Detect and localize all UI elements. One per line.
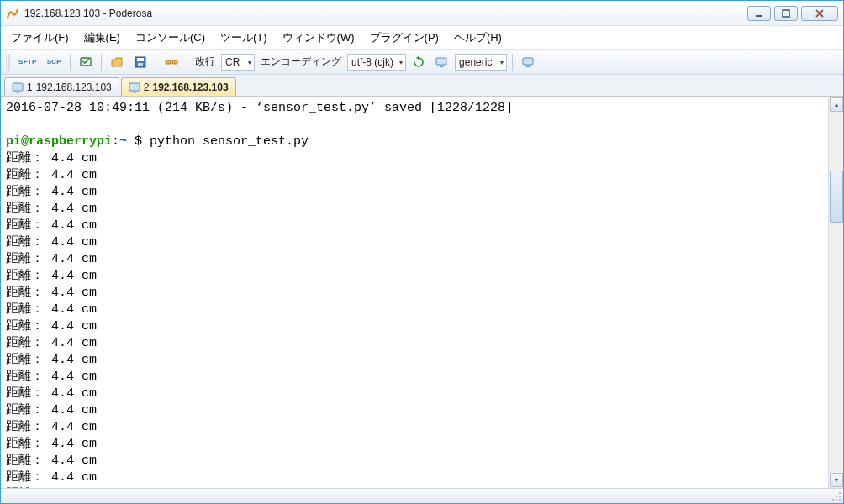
svg-rect-8 [436,58,446,65]
menu-window[interactable]: ウィンドウ(W) [282,30,355,45]
refresh-button[interactable] [409,53,428,71]
svg-point-16 [839,492,841,494]
separator [70,54,71,71]
window-title: 192.168.123.103 - Poderosa [24,8,747,19]
svg-rect-13 [16,92,19,93]
menu-edit[interactable]: 編集(E) [84,30,120,45]
window-controls [747,6,838,21]
maximize-button[interactable] [774,6,798,21]
newline-label: 改行 [195,55,215,69]
svg-rect-0 [756,15,762,17]
svg-rect-11 [526,66,530,67]
separator [187,54,187,71]
render-icon[interactable] [431,53,451,71]
svg-rect-12 [13,83,23,91]
vertical-scrollbar[interactable]: ▴ ▾ [828,97,843,488]
encoding-label: エンコーディング [261,55,341,69]
monitor-button[interactable] [518,53,538,71]
toolbar-handle[interactable] [6,54,10,71]
sftp-button[interactable]: SFTP [15,53,40,71]
separator [512,54,513,71]
app-icon [6,7,19,20]
svg-rect-1 [783,10,789,17]
svg-point-20 [836,499,837,501]
scroll-up-button[interactable]: ▴ [830,97,843,112]
encoding-select[interactable]: utf-8 (cjk)▾ [347,54,406,71]
tab-label: 192.168.123.103 [152,81,228,93]
separator [156,54,156,71]
scroll-down-button[interactable]: ▾ [830,473,843,487]
tab-index: 2 [144,81,150,93]
scroll-thumb[interactable] [830,171,843,223]
svg-point-18 [836,496,837,497]
menubar: ファイル(F) 編集(E) コンソール(C) ツール(T) ウィンドウ(W) プ… [1,26,843,50]
scp-button[interactable]: SCP [44,53,65,71]
minimize-button[interactable] [747,6,771,21]
svg-rect-15 [133,92,136,93]
svg-point-21 [832,499,834,501]
terminal-icon [12,81,24,93]
disconnect-button[interactable] [161,53,182,71]
svg-rect-4 [137,58,144,61]
titlebar[interactable]: 192.168.123.103 - Poderosa [1,1,843,26]
svg-rect-10 [523,58,533,65]
toolbar: SFTP SCP 改行 CR▾ エンコーディング utf-8 (cjk)▾ ge… [1,50,843,75]
menu-file[interactable]: ファイル(F) [11,30,69,45]
tab-label: 192.168.123.103 [36,81,112,93]
status-strip [1,488,843,503]
session-tab[interactable]: 1 192.168.123.103 [4,77,119,96]
menu-tool[interactable]: ツール(T) [220,30,267,45]
tab-index: 1 [27,81,33,93]
menu-plugin[interactable]: プラグイン(P) [370,30,439,45]
save-button[interactable] [130,53,150,71]
svg-rect-9 [440,66,443,67]
svg-rect-14 [129,83,140,91]
connect-button[interactable] [76,53,96,71]
svg-rect-7 [172,60,177,64]
separator [101,54,102,71]
svg-rect-6 [166,60,171,64]
svg-rect-5 [138,63,143,66]
terminal-icon [129,81,140,93]
terminal-output[interactable]: 2016-07-28 10:49:11 (214 KB/s) - ‘sensor… [1,97,828,488]
close-button[interactable] [801,6,838,21]
menu-help[interactable]: ヘルプ(H) [454,30,502,45]
menu-console[interactable]: コンソール(C) [135,30,205,45]
open-button[interactable] [107,53,127,71]
newline-select[interactable]: CR▾ [221,54,255,71]
session-tab[interactable]: 2 192.168.123.103 [121,77,236,96]
svg-point-19 [839,499,841,501]
resize-grip-icon[interactable] [831,491,841,501]
tab-bar: 1 192.168.123.1032 192.168.123.103 [1,75,843,97]
render-select[interactable]: generic▾ [455,54,507,71]
svg-point-17 [839,496,841,497]
terminal-area: 2016-07-28 10:49:11 (214 KB/s) - ‘sensor… [1,97,843,488]
app-window: 192.168.123.103 - Poderosa ファイル(F) 編集(E)… [0,0,844,504]
